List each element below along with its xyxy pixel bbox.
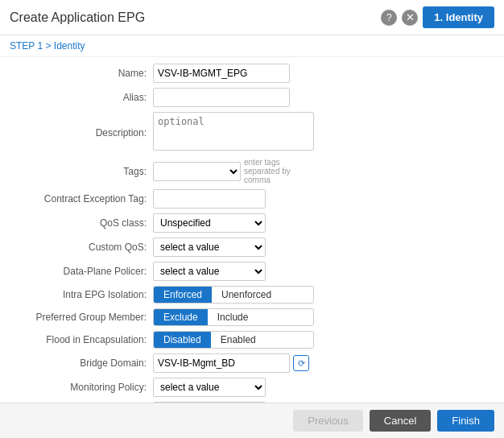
finish-button[interactable]: Finish <box>437 410 494 432</box>
form-content: Name: VSV-IB-MGMT_EPG Alias: Description… <box>0 57 504 403</box>
data-plane-policer-row: Data-Plane Policer: select a value <box>0 262 504 281</box>
qos-class-row: QoS class: Unspecified Level1 Level2 Lev… <box>0 213 504 233</box>
contract-exception-tag-label: Contract Exception Tag: <box>8 193 153 205</box>
tags-row: Tags: enter tags separated by comma <box>0 158 504 184</box>
description-label: Description: <box>8 127 153 138</box>
bridge-domain-refresh-icon[interactable]: ⟳ <box>293 355 309 371</box>
flood-disabled-button[interactable]: Disabled <box>154 332 211 348</box>
qos-class-select[interactable]: Unspecified Level1 Level2 Level3 <box>153 213 266 233</box>
tags-select[interactable] <box>153 162 241 181</box>
flood-in-encap-label: Flood in Encapsulation: <box>8 334 153 345</box>
description-field-container <box>153 112 314 153</box>
bridge-domain-row: Bridge Domain: VSV-IB-Mgmt_BD ⟳ <box>0 353 504 373</box>
intra-epg-enforced-button[interactable]: Enforced <box>154 287 212 303</box>
data-plane-policer-label: Data-Plane Policer: <box>8 266 153 277</box>
help-button[interactable]: ? <box>381 10 397 26</box>
preferred-group-exclude-button[interactable]: Exclude <box>154 309 208 325</box>
name-input[interactable]: VSV-IB-MGMT_EPG <box>153 64 290 83</box>
flood-enabled-button[interactable]: Enabled <box>211 332 266 348</box>
tags-label: Tags: <box>8 166 153 177</box>
monitoring-policy-label: Monitoring Policy: <box>8 382 153 393</box>
monitoring-policy-row: Monitoring Policy: select a value <box>0 378 504 397</box>
data-plane-field-container: select a value <box>153 262 314 281</box>
name-field-container: VSV-IB-MGMT_EPG <box>153 64 314 83</box>
preferred-group-member-row: Preferred Group Member: Exclude Include <box>0 308 504 326</box>
monitoring-policy-select[interactable]: select a value <box>153 378 266 397</box>
close-button[interactable]: ✕ <box>402 10 418 26</box>
alias-label: Alias: <box>8 92 153 103</box>
contract-exception-tag-row: Contract Exception Tag: <box>0 189 504 209</box>
flood-in-encap-toggle: Disabled Enabled <box>153 331 314 349</box>
name-label: Name: <box>8 68 153 79</box>
bridge-domain-input[interactable]: VSV-IB-Mgmt_BD <box>153 353 290 373</box>
preferred-group-toggle: Exclude Include <box>153 308 314 326</box>
bridge-domain-field-container: VSV-IB-Mgmt_BD ⟳ <box>153 353 314 373</box>
monitoring-policy-field-container: select a value <box>153 378 314 397</box>
flood-in-encap-row: Flood in Encapsulation: Disabled Enabled <box>0 331 504 349</box>
preferred-group-member-label: Preferred Group Member: <box>8 312 153 323</box>
alias-input[interactable] <box>153 88 290 107</box>
footer: Previous Cancel Finish <box>0 403 504 438</box>
step-badge: 1. Identity <box>423 6 494 28</box>
intra-epg-isolation-toggle: Enforced Unenforced <box>153 286 314 304</box>
data-plane-select[interactable]: select a value <box>153 262 266 281</box>
intra-epg-isolation-label: Intra EPG Isolation: <box>8 289 153 300</box>
header-right: ? ✕ 1. Identity <box>381 6 494 28</box>
tags-hint: enter tags separated by comma <box>244 158 314 184</box>
qos-class-label: QoS class: <box>8 217 153 229</box>
description-input[interactable] <box>153 112 314 151</box>
custom-qos-label: Custom QoS: <box>8 242 153 253</box>
previous-button[interactable]: Previous <box>293 410 363 432</box>
custom-qos-select[interactable]: select a value <box>153 238 266 257</box>
custom-qos-row: Custom QoS: select a value <box>0 238 504 257</box>
custom-qos-field-container: select a value <box>153 238 314 257</box>
intra-epg-isolation-row: Intra EPG Isolation: Enforced Unenforced <box>0 286 504 304</box>
page-title: Create Application EPG <box>10 10 145 25</box>
qos-class-field-container: Unspecified Level1 Level2 Level3 <box>153 213 314 233</box>
breadcrumb: STEP 1 > Identity <box>0 35 504 57</box>
alias-field-container <box>153 88 314 107</box>
name-row: Name: VSV-IB-MGMT_EPG <box>0 64 504 83</box>
bridge-domain-label: Bridge Domain: <box>8 357 153 369</box>
preferred-group-include-button[interactable]: Include <box>208 309 258 325</box>
description-row: Description: <box>0 112 504 153</box>
alias-row: Alias: <box>0 88 504 107</box>
cancel-button[interactable]: Cancel <box>370 410 431 432</box>
contract-exception-input[interactable] <box>153 189 266 209</box>
main-container: Create Application EPG ? ✕ 1. Identity S… <box>0 0 504 438</box>
header: Create Application EPG ? ✕ 1. Identity <box>0 0 504 35</box>
intra-epg-unenforced-button[interactable]: Unenforced <box>212 287 281 303</box>
contract-exception-field-container <box>153 189 314 209</box>
tags-field-container: enter tags separated by comma <box>153 158 314 184</box>
